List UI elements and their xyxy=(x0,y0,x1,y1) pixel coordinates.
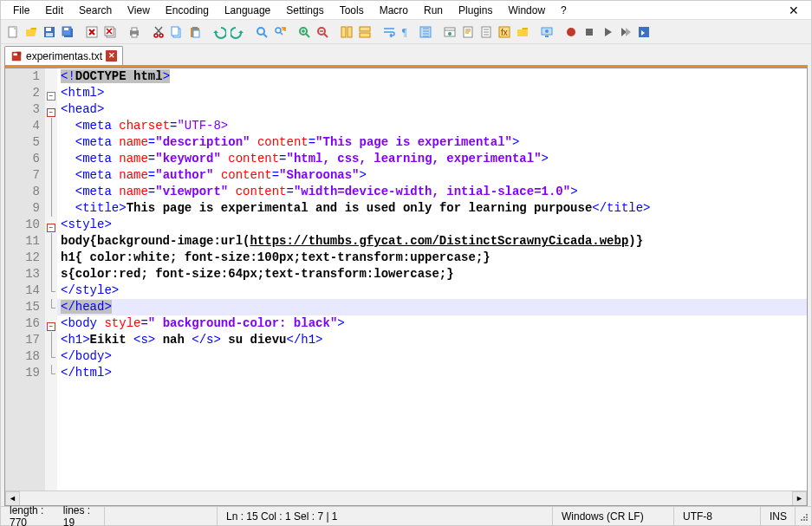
code-line[interactable]: </html> xyxy=(61,365,803,381)
redo-icon xyxy=(231,25,244,39)
toolbar-play-macro-button[interactable] xyxy=(599,23,616,41)
toolbar-all-chars-button[interactable]: ¶ xyxy=(399,23,416,41)
doc-list-icon xyxy=(479,25,493,39)
svg-rect-49 xyxy=(803,519,805,521)
code-line[interactable]: <title>This page is experimental and is … xyxy=(61,200,803,217)
fold-toggle[interactable]: − xyxy=(47,322,55,331)
toolbar-new-file-button[interactable] xyxy=(4,23,22,41)
toolbar-copy-button[interactable] xyxy=(168,23,185,41)
app-window: File Edit Search View Encoding Language … xyxy=(0,0,812,526)
menu-run[interactable]: Run xyxy=(417,3,450,18)
toolbar-close-all-button[interactable] xyxy=(101,23,119,41)
toolbar-redo-button[interactable] xyxy=(229,23,246,41)
code-line[interactable]: <meta charset="UTF-8> xyxy=(61,118,803,134)
code-line[interactable]: s{color:red; font-size:64px;text-transfo… xyxy=(61,266,803,282)
code-area[interactable]: <!DOCTYPE html><html><head> <meta charse… xyxy=(57,68,807,490)
fold-toggle[interactable]: − xyxy=(47,224,55,232)
toolbar-save-all-button[interactable] xyxy=(59,23,76,41)
toolbar-monitor-button[interactable] xyxy=(538,23,555,41)
fold-toggle[interactable]: − xyxy=(47,108,55,117)
svg-rect-25 xyxy=(341,27,346,37)
menu-edit[interactable]: Edit xyxy=(38,3,70,18)
menu-view[interactable]: View xyxy=(120,3,157,18)
menu-settings[interactable]: Settings xyxy=(279,3,330,18)
status-ins: INS xyxy=(761,507,796,525)
menu-language[interactable]: Language xyxy=(218,3,277,18)
toolbar-language-ui-button[interactable] xyxy=(441,23,458,41)
code-line[interactable]: <html> xyxy=(61,85,803,101)
menu-search[interactable]: Search xyxy=(72,3,119,18)
toolbar-doc-map-button[interactable] xyxy=(459,23,477,41)
scroll-left-button[interactable]: ◄ xyxy=(5,491,20,506)
horizontal-scrollbar[interactable]: ◄ ► xyxy=(5,490,807,505)
close-icon xyxy=(85,25,99,39)
open-file-icon xyxy=(24,25,38,39)
svg-rect-47 xyxy=(806,516,808,518)
code-line[interactable]: <head> xyxy=(61,101,803,118)
toolbar-open-file-button[interactable] xyxy=(23,23,40,41)
code-line[interactable]: h1{ color:white; font-size:100px;text-tr… xyxy=(61,250,803,266)
unsaved-file-icon xyxy=(10,50,23,62)
scroll-track[interactable] xyxy=(20,491,792,506)
code-line[interactable]: <h1>Eikit <s> nah </s> su dievu</h1> xyxy=(61,332,803,348)
menu-tools[interactable]: Tools xyxy=(333,3,371,18)
toolbar-replace-button[interactable] xyxy=(271,23,289,41)
toolbar-indent-guide-button[interactable] xyxy=(417,23,434,41)
code-line[interactable]: <!DOCTYPE html> xyxy=(61,68,803,85)
toolbar-record-macro-button[interactable] xyxy=(562,23,580,41)
toolbar-sync-v-button[interactable] xyxy=(338,23,355,41)
toolbar-folder-button[interactable] xyxy=(514,23,531,41)
code-line[interactable]: </body> xyxy=(61,348,803,365)
fold-toggle[interactable]: − xyxy=(47,92,55,101)
statusbar: length : 770 lines : 19 Ln : 15 Col : 1 … xyxy=(1,506,811,525)
toolbar-zoom-in-button[interactable] xyxy=(296,23,313,41)
toolbar-print-button[interactable] xyxy=(126,23,143,41)
menu-encoding[interactable]: Encoding xyxy=(159,3,216,18)
indent-guide-icon xyxy=(419,25,432,39)
scroll-right-button[interactable]: ► xyxy=(792,491,807,506)
line-number-gutter: 12345678910111213141516171819 xyxy=(5,68,45,490)
menu-macro[interactable]: Macro xyxy=(373,3,415,18)
toolbar-save-button[interactable] xyxy=(41,23,58,41)
svg-rect-45 xyxy=(806,514,808,516)
status-encoding: UTF-8 xyxy=(674,507,761,525)
svg-rect-13 xyxy=(132,34,137,37)
svg-rect-46 xyxy=(803,516,805,518)
code-line[interactable]: body{background-image:url(https://thumbs… xyxy=(61,233,803,250)
toolbar-paste-button[interactable] xyxy=(186,23,204,41)
resize-grip[interactable] xyxy=(796,509,811,524)
svg-rect-41 xyxy=(639,27,649,37)
svg-text:¶: ¶ xyxy=(402,26,407,38)
window-close-button[interactable]: ✕ xyxy=(782,3,806,17)
tab-experimentas[interactable]: experimentas.txt ✕ xyxy=(4,46,123,65)
code-line[interactable]: </style> xyxy=(61,282,803,299)
code-line[interactable]: <meta name="description" content="This p… xyxy=(61,134,803,151)
paste-icon xyxy=(188,25,202,39)
toolbar-zoom-out-button[interactable] xyxy=(314,23,331,41)
code-line[interactable]: <meta name="viewport" content="width=dev… xyxy=(61,184,803,200)
svg-point-14 xyxy=(154,34,158,37)
menu-window[interactable]: Window xyxy=(501,3,552,18)
toolbar-close-button[interactable] xyxy=(83,23,101,41)
code-line[interactable]: <meta name="author" content="Sharoonas"> xyxy=(61,167,803,184)
sync-h-icon xyxy=(358,25,372,39)
toolbar-sync-h-button[interactable] xyxy=(356,23,374,41)
code-line[interactable]: <style> xyxy=(61,217,803,233)
code-line[interactable]: <body style=" background-color: black"> xyxy=(61,315,803,332)
menu-plugins[interactable]: Plugins xyxy=(451,3,499,18)
toolbar-word-wrap-button[interactable] xyxy=(380,23,398,41)
toolbar-doc-list-button[interactable] xyxy=(477,23,495,41)
menu-file[interactable]: File xyxy=(6,3,36,18)
toolbar-function-list-button[interactable]: fx xyxy=(496,23,513,41)
toolbar-save-macro-button[interactable] xyxy=(635,23,653,41)
menu-help[interactable]: ? xyxy=(554,3,574,18)
toolbar-find-button[interactable] xyxy=(253,23,270,41)
tab-close-button[interactable]: ✕ xyxy=(106,50,117,62)
function-list-icon: fx xyxy=(497,25,511,39)
code-line[interactable]: <meta name="keyword" content="html, css,… xyxy=(61,151,803,167)
toolbar-cut-button[interactable] xyxy=(150,23,167,41)
toolbar-stop-macro-button[interactable] xyxy=(581,23,598,41)
status-length: length : 770 lines : 19 xyxy=(1,507,105,525)
toolbar-undo-button[interactable] xyxy=(211,23,228,41)
toolbar-play-multi-button[interactable] xyxy=(617,23,634,41)
